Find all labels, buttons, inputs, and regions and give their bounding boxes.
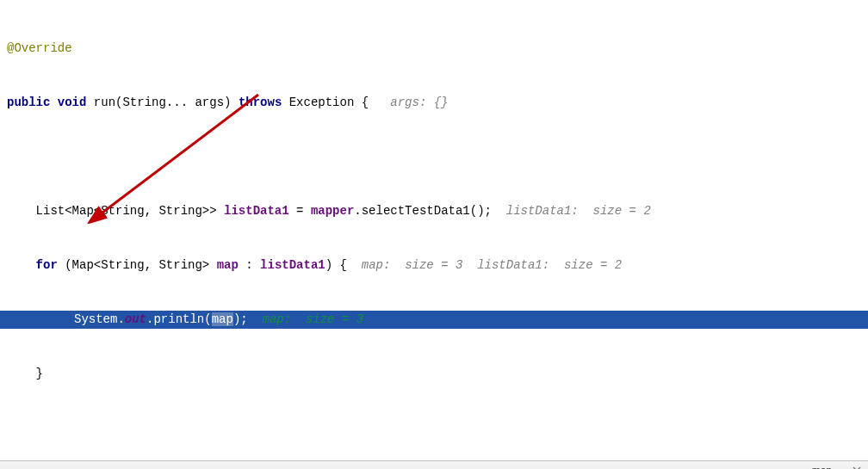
execution-line: System.out.println(map); map: size = 3 xyxy=(0,311,868,329)
code-editor[interactable]: @Override public void run(String... args… xyxy=(0,0,868,455)
debugger-tab-title[interactable]: map xyxy=(812,465,832,470)
debugger-panel: map ▾ oo map = {HashMap@7009} size = 3 ▾… xyxy=(0,460,868,469)
debugger-tab-bar: map xyxy=(0,461,868,469)
inline-hint: map: size = 3 xyxy=(262,312,363,326)
annotation-override: @Override xyxy=(7,41,72,55)
inline-hint: map: size = 3 listData1: size = 2 xyxy=(362,258,622,272)
inline-hint: listData1: size = 2 xyxy=(506,204,658,218)
selected-variable: map xyxy=(212,312,233,326)
close-icon[interactable] xyxy=(849,463,865,470)
inline-hint: args: {} xyxy=(390,96,448,109)
